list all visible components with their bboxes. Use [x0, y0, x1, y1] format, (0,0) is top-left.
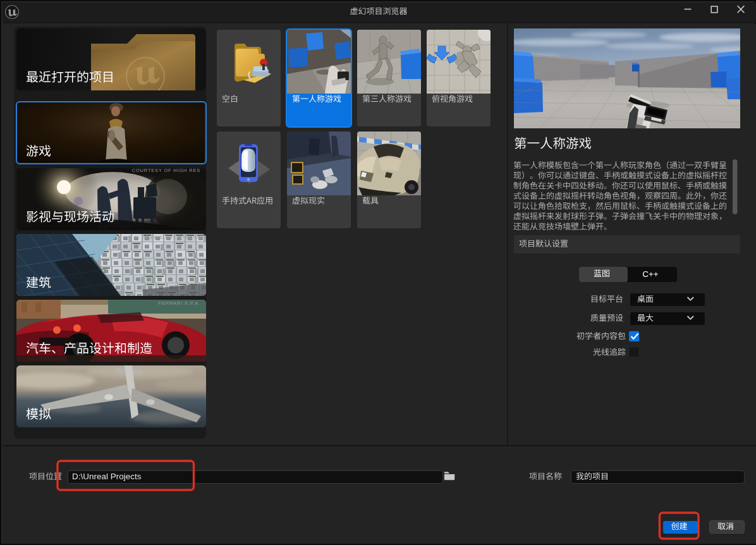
svg-text:C++: C++: [642, 269, 659, 279]
svg-text:SAFDIE ARCHITECTS: SAFDIE ARCHITECTS: [143, 235, 200, 240]
svg-text:COURTESY OF HIGH RES: COURTESY OF HIGH RES: [132, 168, 200, 173]
svg-text:D:\Unreal Projects: D:\Unreal Projects: [72, 472, 142, 481]
svg-text:FERRARI S.P.A.: FERRARI S.P.A.: [159, 300, 201, 306]
